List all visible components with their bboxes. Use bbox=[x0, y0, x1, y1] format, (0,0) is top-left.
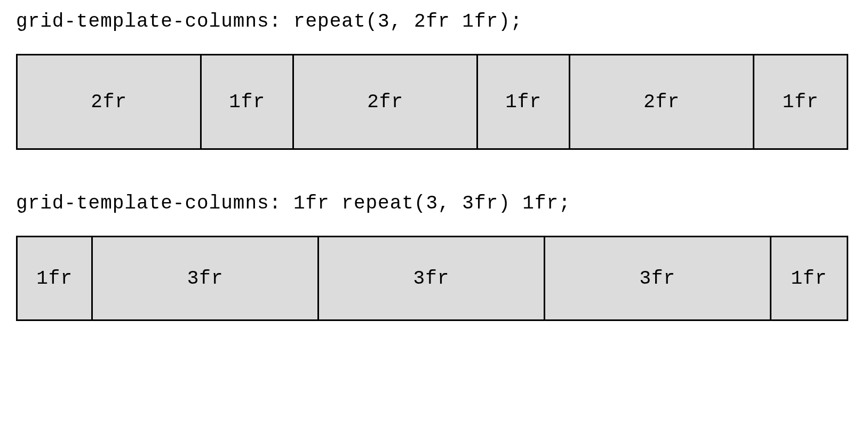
code-snippet: grid-template-columns: 1fr repeat(3, 3fr… bbox=[16, 193, 852, 214]
grid-cell: 1fr bbox=[771, 237, 847, 319]
grid-diagram: 2fr 1fr 2fr 1fr 2fr 1fr bbox=[16, 54, 848, 150]
grid-cell: 3fr bbox=[319, 237, 545, 319]
grid-cell: 1fr bbox=[18, 237, 93, 319]
grid-cell: 3fr bbox=[545, 237, 771, 319]
grid-cell: 3fr bbox=[93, 237, 319, 319]
grid-cell: 1fr bbox=[754, 55, 847, 148]
grid-example-1: grid-template-columns: repeat(3, 2fr 1fr… bbox=[16, 11, 852, 150]
grid-cell: 2fr bbox=[18, 55, 202, 148]
grid-cell: 1fr bbox=[202, 55, 294, 148]
grid-cell: 2fr bbox=[570, 55, 754, 148]
grid-example-2: grid-template-columns: 1fr repeat(3, 3fr… bbox=[16, 193, 852, 321]
grid-cell: 1fr bbox=[478, 55, 570, 148]
code-snippet: grid-template-columns: repeat(3, 2fr 1fr… bbox=[16, 11, 852, 33]
grid-diagram: 1fr 3fr 3fr 3fr 1fr bbox=[16, 236, 848, 321]
grid-cell: 2fr bbox=[294, 55, 478, 148]
